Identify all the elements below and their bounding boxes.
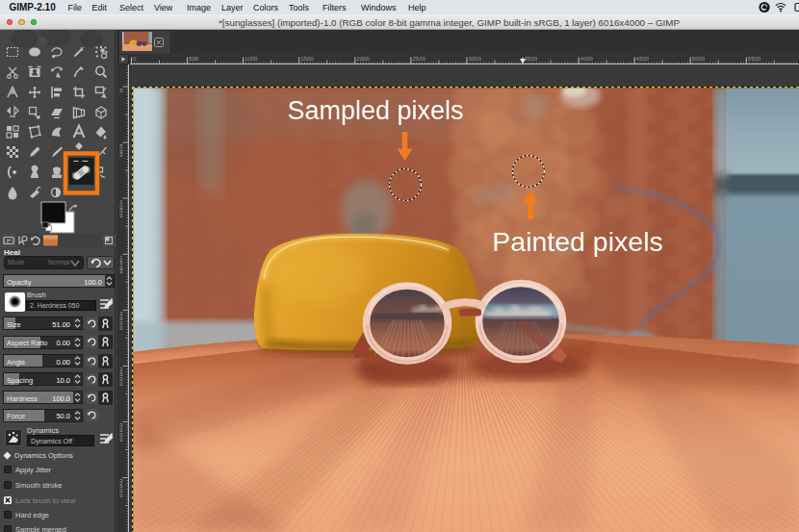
svg-text:5500: 5500 [748, 56, 761, 62]
svg-text:2500: 2500 [120, 367, 123, 387]
svg-text:3500: 3500 [120, 478, 123, 498]
svg-text:2500: 2500 [412, 56, 425, 62]
svg-text:1000: 1000 [120, 199, 123, 219]
svg-text:3500: 3500 [525, 56, 538, 62]
svg-text:4500: 4500 [636, 56, 650, 62]
svg-text:0: 0 [120, 88, 123, 93]
svg-text:500: 500 [189, 56, 199, 62]
svg-text:3000: 3000 [468, 56, 481, 62]
svg-text:5000: 5000 [692, 56, 706, 62]
svg-text:2000: 2000 [120, 311, 123, 331]
svg-text:500: 500 [120, 143, 123, 159]
svg-text:2000: 2000 [356, 56, 370, 62]
svg-text:1500: 1500 [120, 255, 123, 275]
svg-text:Sampled pixels: Sampled pixels [287, 96, 463, 125]
svg-text:3000: 3000 [120, 422, 123, 443]
svg-text:Painted pixels: Painted pixels [492, 226, 662, 257]
svg-text:4000: 4000 [580, 56, 594, 62]
svg-text:1000: 1000 [245, 56, 258, 62]
svg-text:1500: 1500 [300, 56, 314, 62]
